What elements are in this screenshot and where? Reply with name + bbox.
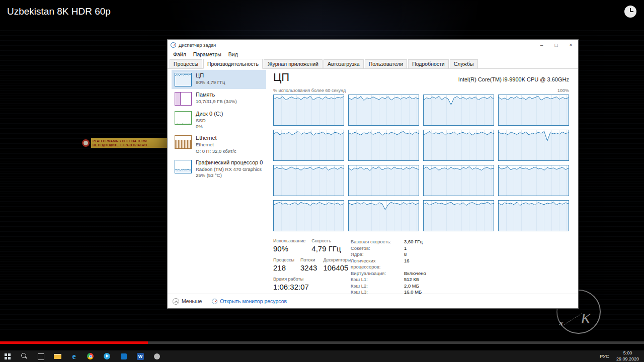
core-graph-15 xyxy=(498,200,569,231)
stat-value: 1:06:32:07 xyxy=(273,283,309,291)
taskbar-icon-edge[interactable]: e xyxy=(68,350,80,362)
menu-item-2[interactable]: Вид xyxy=(225,51,242,57)
language-indicator[interactable]: РУС xyxy=(600,353,609,359)
fewer-details-button[interactable]: Меньше xyxy=(173,298,202,305)
stat-block: Процессы218 xyxy=(273,257,294,272)
cpu-panel-header: ЦП Intel(R) Core(TM) i9-9900K CPU @ 3.60… xyxy=(273,71,569,84)
cpu-model: Intel(R) Core(TM) i9-9900K CPU @ 3.60GHz xyxy=(458,76,569,84)
cpu-heading: ЦП xyxy=(273,71,289,84)
taskbar-icon-start[interactable] xyxy=(2,350,14,362)
watch-later-clock-icon[interactable] xyxy=(624,6,636,18)
tab-3[interactable]: Автозагрузка xyxy=(324,59,364,69)
taskbar-icon-search[interactable] xyxy=(18,350,30,362)
core-graph-13 xyxy=(348,200,419,231)
sidebar-item-0[interactable]: ЦП90% 4,79 ГГц xyxy=(172,70,266,89)
tab-6[interactable]: Службы xyxy=(450,59,478,69)
open-resource-monitor-link[interactable]: Открыть монитор ресурсов xyxy=(212,298,287,304)
video-progress-bar[interactable] xyxy=(0,341,644,344)
menu-item-1[interactable]: Параметры xyxy=(190,51,225,57)
stat-label: Потоки xyxy=(300,257,317,262)
cpu-panel: ЦП Intel(R) Core(TM) i9-9900K CPU @ 3.60… xyxy=(266,70,578,294)
close-button[interactable]: × xyxy=(564,40,578,50)
tab-5[interactable]: Подробности xyxy=(408,59,449,69)
tab-1[interactable]: Производительность xyxy=(203,59,263,69)
detail-row: Ядра:8 xyxy=(351,251,569,258)
menu-item-0[interactable]: Файл xyxy=(170,51,190,57)
core-graph-8 xyxy=(273,165,344,196)
sidebar-item-name: Диск 0 (C:) xyxy=(196,111,223,118)
stat-value: 106405 xyxy=(323,263,351,272)
sidebar-item-1[interactable]: Память10,7/31,9 ГБ (34%) xyxy=(172,89,266,108)
sidebar-item-2[interactable]: Диск 0 (C:)SSD0% xyxy=(172,108,266,132)
cpu-core-graphs[interactable] xyxy=(273,95,569,231)
memory-thumbnail-icon xyxy=(175,92,192,106)
tab-0[interactable]: Процессы xyxy=(170,59,202,69)
detail-row: Кэш L3:16,0 МБ xyxy=(351,289,569,294)
taskbar-icon-chrome[interactable] xyxy=(85,350,97,362)
core-graph-2 xyxy=(423,95,494,126)
core-graph-11 xyxy=(498,165,569,196)
system-clock[interactable]: 5:00 29.09.2020 xyxy=(616,350,639,362)
taskbar-icon-task-view[interactable] xyxy=(35,350,47,362)
core-graph-10 xyxy=(423,165,494,196)
taskbar-tray: РУС 5:00 29.09.2020 xyxy=(600,350,644,362)
stat-label: Скорость xyxy=(311,238,341,243)
core-graph-1 xyxy=(348,95,419,126)
stat-block: Использование90% xyxy=(273,238,305,253)
taskbar-icon-app[interactable] xyxy=(151,350,163,362)
taskbar-icon-word[interactable]: W xyxy=(134,350,146,362)
detail-label: Ядра: xyxy=(351,251,404,258)
core-graph-12 xyxy=(273,200,344,231)
stat-block: Дескрипторы106405 xyxy=(323,257,351,272)
screen: PLATFORMANING CHETIDA TURM НЕ ПОДХОДИТЕ … xyxy=(0,0,644,362)
sidebar-item-4[interactable]: Графический процессор 0Radeon (TM) RX 47… xyxy=(172,157,266,181)
cpu-details: Базовая скорость:3,60 ГГцСокетов:1Ядра:8… xyxy=(351,238,569,294)
detail-value: 512 КБ xyxy=(404,277,419,283)
taskbar-icon-vscode[interactable] xyxy=(118,350,130,362)
minimize-button[interactable]: – xyxy=(534,40,549,50)
core-graph-7 xyxy=(498,130,569,161)
sidebar-item-detail: 0% xyxy=(196,124,223,130)
taskbar-icon-file-explorer[interactable] xyxy=(51,350,63,362)
sidebar-item-3[interactable]: EthernetEthernetО: 0 П: 32,0 кбит/с xyxy=(172,132,266,156)
warning-roundel-icon xyxy=(82,139,90,147)
window-title: Диспетчер задач xyxy=(179,42,216,48)
tab-2[interactable]: Журнал приложений xyxy=(264,59,323,69)
window-controls: –□× xyxy=(534,40,578,50)
core-graph-3 xyxy=(498,95,569,126)
stat-label: Использование xyxy=(273,238,305,243)
tab-4[interactable]: Пользователи xyxy=(365,59,408,69)
system-time: 5:00 xyxy=(616,350,639,356)
sidebar-item-detail: SSD xyxy=(196,118,223,124)
taskbar-icons: eW xyxy=(0,350,163,362)
ethernet-thumbnail-icon xyxy=(175,135,192,149)
stat-label: Время работы xyxy=(273,277,309,282)
task-manager-window: Диспетчер задач –□× ФайлПараметрыВид Про… xyxy=(167,39,579,309)
watermark-trail xyxy=(564,313,582,325)
maximize-button[interactable]: □ xyxy=(549,40,564,50)
graph-caption-row: % использования более 60 секунд 100% xyxy=(273,88,569,93)
core-graph-0 xyxy=(273,95,344,126)
taskbar-icon-telegram[interactable] xyxy=(101,350,113,362)
detail-value: Включено xyxy=(404,270,426,277)
cpu-stats: Использование90%Скорость4,79 ГГцПроцессы… xyxy=(273,238,351,294)
detail-label: Кэш L2: xyxy=(351,283,404,290)
stat-block: Время работы1:06:32:07 xyxy=(273,277,309,291)
video-progress-played xyxy=(0,341,148,344)
stat-value: 90% xyxy=(273,244,305,253)
detail-row: Базовая скорость:3,60 ГГц xyxy=(351,239,569,245)
detail-row: Логических процессоров:16 xyxy=(351,258,569,270)
cpu-stats-row: Использование90%Скорость4,79 ГГцПроцессы… xyxy=(273,238,569,294)
core-graph-6 xyxy=(423,130,494,161)
cpu-thumbnail-icon xyxy=(175,73,192,86)
title-bar[interactable]: Диспетчер задач –□× xyxy=(168,40,578,50)
task-manager-app-icon xyxy=(171,42,176,48)
sidebar-item-detail: Radeon (TM) RX 470 Graphics xyxy=(196,166,263,172)
resource-monitor-label: Открыть монитор ресурсов xyxy=(220,298,287,304)
system-date: 29.09.2020 xyxy=(616,356,639,362)
watermark-letter-k: K xyxy=(581,310,591,327)
sidebar-item-name: Графический процессор 0 xyxy=(196,159,263,166)
stat-block: Скорость4,79 ГГц xyxy=(311,238,341,253)
core-graph-14 xyxy=(423,200,494,231)
fewer-details-label: Меньше xyxy=(182,298,202,304)
